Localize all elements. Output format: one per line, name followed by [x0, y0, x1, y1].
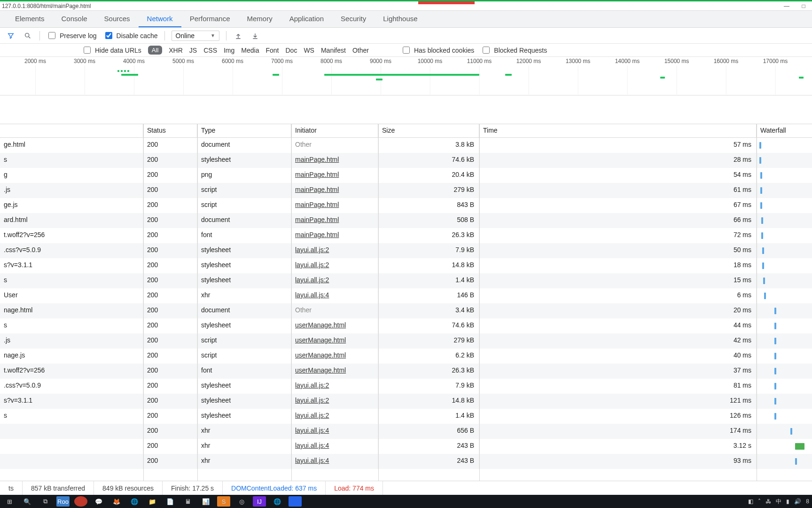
table-row[interactable]: ge.html200documentOther3.8 kB57 ms [0, 138, 812, 153]
table-row[interactable]: t.woff2?v=256200fontmainPage.html26.3 kB… [0, 228, 812, 243]
tab-security[interactable]: Security [332, 10, 375, 27]
filter-media[interactable]: Media [241, 47, 259, 54]
app-icon[interactable] [74, 496, 87, 507]
filter-img[interactable]: Img [224, 47, 234, 54]
table-row[interactable]: 200xhrlayui.all.js:4243 B93 ms [0, 454, 812, 469]
filter-other[interactable]: Other [352, 47, 369, 54]
initiator-link[interactable]: mainPage.html [295, 216, 339, 223]
tab-performance[interactable]: Performance [181, 10, 239, 27]
disable-cache-checkbox[interactable]: Disable cache [103, 31, 158, 40]
app-icon[interactable]: Roo [56, 496, 70, 507]
tray-icon[interactable]: ◧ [748, 498, 753, 505]
tab-elements[interactable]: Elements [7, 10, 53, 27]
initiator-link[interactable]: layui.all.js:4 [295, 291, 329, 299]
table-row[interactable]: .css?v=5.0.9200stylesheetlayui.all.js:27… [0, 243, 812, 258]
initiator-link[interactable]: layui.all.js:4 [295, 427, 329, 434]
search-icon[interactable]: 🔍 [21, 496, 34, 507]
column-header[interactable]: Type [197, 124, 291, 137]
initiator-link[interactable]: layui.all.js:2 [295, 246, 329, 254]
table-row[interactable]: ge.js200scriptmainPage.html843 B67 ms [0, 198, 812, 213]
table-row[interactable]: s200stylesheetuserManage.html74.6 kB44 m… [0, 318, 812, 333]
clock-time[interactable]: 8 [806, 498, 809, 505]
chevron-up-icon[interactable]: ˄ [758, 498, 761, 505]
window-maximize[interactable]: □ [795, 2, 812, 10]
filter-xhr[interactable]: XHR [169, 47, 183, 54]
notepad-icon[interactable]: 📄 [164, 496, 177, 507]
initiator-link[interactable]: layui.all.js:2 [295, 261, 329, 269]
table-row[interactable]: User200xhrlayui.all.js:4146 B6 ms [0, 288, 812, 303]
table-row[interactable]: s200stylesheetmainPage.html74.6 kB28 ms [0, 153, 812, 168]
column-header[interactable]: Size [378, 124, 479, 137]
preserve-log-input[interactable] [48, 32, 55, 39]
disable-cache-input[interactable] [105, 32, 112, 39]
initiator-link[interactable]: mainPage.html [295, 231, 339, 238]
task-view-icon[interactable]: ⧉ [39, 496, 52, 507]
table-row[interactable]: .css?v=5.0.9200stylesheetlayui.all.js:27… [0, 379, 812, 394]
blocked-requests-checkbox[interactable]: Blocked Requests [481, 45, 547, 55]
table-row[interactable]: t.woff2?v=256200fontuserManage.html26.3 … [0, 364, 812, 379]
timeline-overview[interactable]: 2000 ms3000 ms4000 ms5000 ms6000 ms7000 … [0, 57, 812, 95]
initiator-link[interactable]: userManage.html [295, 336, 346, 344]
initiator-link[interactable]: mainPage.html [295, 171, 339, 178]
filter-manifest[interactable]: Manifest [321, 47, 346, 54]
tab-sources[interactable]: Sources [96, 10, 139, 27]
firefox-icon[interactable]: 🦊 [110, 496, 123, 507]
ime-icon[interactable]: 中 [776, 498, 781, 506]
tab-application[interactable]: Application [281, 10, 332, 27]
has-blocked-cookies-checkbox[interactable]: Has blocked cookies [401, 45, 474, 55]
filter-ws[interactable]: WS [304, 47, 314, 54]
table-row[interactable]: s?v=3.1.1200stylesheetlayui.all.js:214.8… [0, 394, 812, 409]
calculator-icon[interactable]: 🖩 [181, 496, 195, 507]
tab-memory[interactable]: Memory [239, 10, 281, 27]
initiator-link[interactable]: userManage.html [295, 351, 346, 359]
initiator-link[interactable]: layui.all.js:4 [295, 442, 329, 449]
has-blocked-cookies-input[interactable] [403, 47, 410, 54]
hide-data-urls-checkbox[interactable]: Hide data URLs [82, 45, 141, 55]
filter-js[interactable]: JS [189, 47, 197, 54]
tab-network[interactable]: Network [139, 10, 181, 27]
blocked-requests-input[interactable] [483, 47, 490, 54]
filter-icon[interactable] [6, 31, 16, 41]
volume-icon[interactable]: 🔊 [794, 498, 801, 505]
initiator-link[interactable]: userManage.html [295, 321, 346, 329]
initiator-link[interactable]: layui.all.js:2 [295, 397, 329, 404]
hide-data-urls-input[interactable] [84, 47, 91, 54]
table-row[interactable]: s?v=3.1.1200stylesheetlayui.all.js:214.8… [0, 258, 812, 273]
powerpoint-icon[interactable]: 📊 [199, 496, 212, 507]
windows-taskbar[interactable]: ⊞ 🔍 ⧉ Roo 💬 🦊 🌐 📁 📄 🖩 📊 S ◎ IJ 🌐 ◧ ˄ 🖧 中… [0, 495, 812, 508]
column-header[interactable]: Initiator [291, 124, 378, 137]
table-row[interactable]: .js200scriptuserManage.html279 kB42 ms [0, 333, 812, 349]
system-tray[interactable]: ◧ ˄ 🖧 中 ▮ 🔊 8 [748, 498, 809, 506]
initiator-link[interactable]: layui.all.js:2 [295, 276, 329, 284]
initiator-link[interactable]: mainPage.html [295, 186, 339, 193]
filter-all[interactable]: All [148, 46, 162, 55]
sublime-icon[interactable]: S [217, 496, 230, 507]
explorer-icon[interactable]: 📁 [146, 496, 159, 507]
start-icon[interactable]: ⊞ [3, 496, 16, 507]
column-header[interactable]: Time [479, 124, 757, 137]
initiator-link[interactable]: layui.all.js:4 [295, 457, 329, 464]
column-header[interactable] [0, 124, 143, 137]
table-row[interactable]: g200pngmainPage.html20.4 kB54 ms [0, 168, 812, 183]
column-header[interactable]: Waterfall [757, 124, 812, 137]
chrome-icon[interactable]: 🌐 [271, 496, 284, 507]
table-row[interactable]: ard.html200documentmainPage.html508 B66 … [0, 213, 812, 228]
initiator-link[interactable]: layui.all.js:2 [295, 381, 329, 389]
table-row[interactable]: s200stylesheetlayui.all.js:21.4 kB15 ms [0, 273, 812, 288]
search-icon[interactable] [23, 31, 33, 41]
preserve-log-checkbox[interactable]: Preserve log [47, 31, 97, 40]
throttling-select[interactable]: Online ▼ [172, 31, 219, 41]
table-row[interactable]: nage.js200scriptuserManage.html6.2 kB40 … [0, 349, 812, 364]
window-minimize[interactable]: — [778, 2, 795, 10]
table-row[interactable]: 200xhrlayui.all.js:4656 B174 ms [0, 424, 812, 439]
table-row[interactable]: 200xhrlayui.all.js:4243 B3.12 s [0, 439, 812, 454]
chrome-icon[interactable]: 🌐 [128, 496, 141, 507]
app-icon[interactable] [289, 496, 302, 507]
tab-lighthouse[interactable]: Lighthouse [375, 10, 426, 27]
tab-console[interactable]: Console [53, 10, 96, 27]
app-icon[interactable]: ◎ [235, 496, 248, 507]
initiator-link[interactable]: layui.all.js:2 [295, 412, 329, 419]
table-row[interactable]: .js200scriptmainPage.html279 kB61 ms [0, 183, 812, 198]
initiator-link[interactable]: mainPage.html [295, 201, 339, 208]
filter-css[interactable]: CSS [203, 47, 217, 54]
